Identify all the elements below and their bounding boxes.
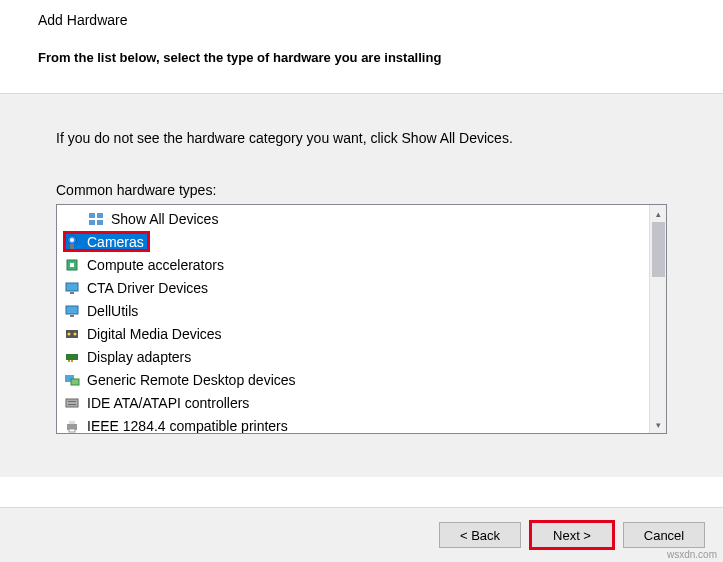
list-item-label: Generic Remote Desktop devices (87, 372, 296, 388)
hardware-type-listbox[interactable]: Show All DevicesCamerasCompute accelerat… (56, 204, 667, 434)
svg-rect-23 (68, 404, 76, 405)
next-button[interactable]: Next > (531, 522, 613, 548)
list-item[interactable]: Digital Media Devices (57, 322, 649, 345)
svg-rect-9 (66, 283, 78, 291)
ide-controller-icon (63, 394, 81, 412)
svg-rect-17 (68, 360, 70, 362)
svg-rect-12 (70, 315, 74, 317)
list-item-label: CTA Driver Devices (87, 280, 208, 296)
svg-rect-11 (66, 306, 78, 314)
next-button-highlight: Next > (531, 522, 613, 548)
list-item[interactable]: Compute accelerators (57, 253, 649, 276)
wizard-title: Add Hardware (0, 12, 723, 28)
svg-rect-0 (89, 213, 95, 218)
media-device-icon (63, 325, 81, 343)
svg-rect-21 (66, 399, 78, 407)
back-button[interactable]: < Back (439, 522, 521, 548)
list-item-label: IEEE 1284.4 compatible printers (87, 418, 288, 434)
list-item[interactable]: Display adapters (57, 345, 649, 368)
wizard-header: Add Hardware From the list below, select… (0, 0, 723, 94)
list-item[interactable]: Cameras (57, 230, 649, 253)
display-adapter-icon (63, 348, 81, 366)
svg-rect-3 (97, 220, 103, 225)
svg-rect-16 (66, 354, 78, 360)
instruction-text: If you do not see the hardware category … (56, 130, 667, 146)
list-item[interactable]: IEEE 1284.4 compatible printers (57, 414, 649, 433)
list-item-label: Compute accelerators (87, 257, 224, 273)
list-item[interactable]: IDE ATA/ATAPI controllers (57, 391, 649, 414)
svg-point-15 (74, 332, 77, 335)
list-item-label: DellUtils (87, 303, 138, 319)
monitor-icon (63, 279, 81, 297)
printer-icon (63, 417, 81, 434)
list-item[interactable]: Show All Devices (57, 207, 649, 230)
watermark: wsxdn.com (667, 549, 717, 560)
scroll-down-button[interactable]: ▾ (650, 416, 666, 433)
list-label: Common hardware types: (56, 182, 667, 198)
cancel-button[interactable]: Cancel (623, 522, 705, 548)
list-item[interactable]: DellUtils (57, 299, 649, 322)
svg-rect-1 (97, 213, 103, 218)
wizard-body: If you do not see the hardware category … (0, 94, 723, 477)
scrollbar[interactable]: ▴ ▾ (649, 205, 666, 433)
svg-rect-10 (70, 292, 74, 294)
wizard-footer: < Back Next > Cancel (0, 507, 723, 562)
svg-rect-8 (70, 263, 74, 267)
svg-rect-26 (69, 429, 75, 432)
svg-rect-6 (70, 244, 74, 249)
wizard-subtitle: From the list below, select the type of … (0, 50, 723, 65)
svg-point-14 (68, 332, 71, 335)
list-item-label: Digital Media Devices (87, 326, 222, 342)
svg-rect-18 (71, 360, 73, 362)
list-item-label: IDE ATA/ATAPI controllers (87, 395, 249, 411)
remote-desktop-icon (63, 371, 81, 389)
svg-rect-22 (68, 401, 76, 402)
monitor-icon (63, 302, 81, 320)
svg-rect-2 (89, 220, 95, 225)
list-item-label: Show All Devices (111, 211, 218, 227)
svg-rect-20 (71, 379, 79, 385)
svg-rect-25 (69, 421, 75, 424)
show-all-devices-icon (87, 210, 105, 228)
list-item[interactable]: CTA Driver Devices (57, 276, 649, 299)
list-item[interactable]: Generic Remote Desktop devices (57, 368, 649, 391)
scroll-thumb[interactable] (652, 222, 665, 277)
list-item-label: Display adapters (87, 349, 191, 365)
compute-accel-icon (63, 256, 81, 274)
selected-item[interactable]: Cameras (63, 231, 150, 252)
camera-icon (63, 233, 81, 251)
svg-point-5 (70, 238, 74, 242)
scroll-up-button[interactable]: ▴ (650, 205, 666, 222)
list-item-label: Cameras (87, 234, 144, 250)
